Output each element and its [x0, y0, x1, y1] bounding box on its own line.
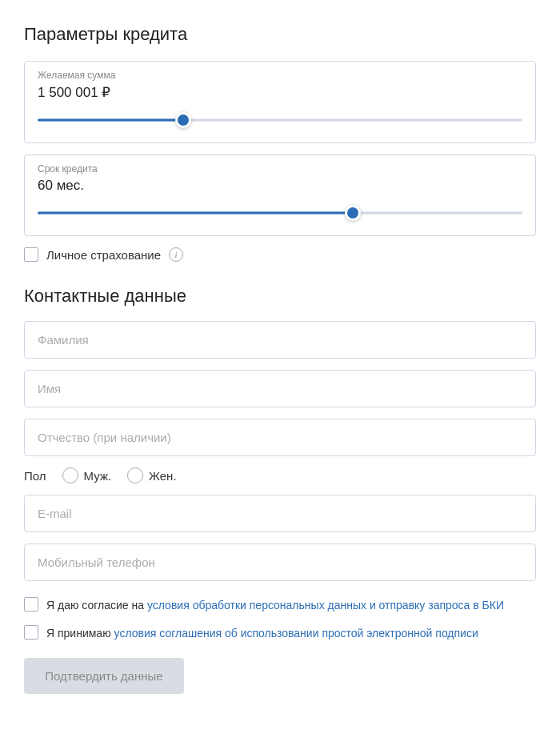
term-slider-fill [38, 212, 353, 215]
amount-slider-block: Желаемая сумма 1 500 001 ₽ [24, 61, 536, 143]
consent1-row: Я даю согласие на условия обработки перс… [24, 597, 536, 614]
contact-data-title: Контактные данные [24, 286, 536, 307]
consent2-checkbox[interactable] [24, 625, 38, 640]
amount-label: Желаемая сумма [38, 70, 522, 81]
term-slider-container[interactable] [38, 205, 522, 221]
phone-input[interactable] [24, 543, 536, 581]
gender-female-option[interactable]: Жен. [127, 467, 176, 483]
lastname-input[interactable] [24, 321, 536, 359]
gender-male-label: Муж. [84, 469, 112, 483]
term-slider-thumb[interactable] [345, 205, 361, 221]
firstname-input[interactable] [24, 370, 536, 407]
consent2-row: Я принимаю условия соглашения об использ… [24, 625, 536, 642]
amount-slider-track [38, 119, 522, 122]
term-label: Срок кредита [38, 163, 522, 174]
email-input[interactable] [24, 495, 536, 532]
term-value: 60 мес. [38, 178, 522, 194]
consent1-link[interactable]: условия обработки персональных данных и … [147, 599, 504, 612]
gender-male-radio[interactable] [62, 467, 78, 483]
amount-slider-container[interactable] [38, 112, 522, 128]
amount-value: 1 500 001 ₽ [38, 84, 522, 101]
middlename-input[interactable] [24, 419, 536, 456]
consent1-text: Я даю согласие на условия обработки перс… [46, 597, 504, 614]
submit-button[interactable]: Подтвердить данные [24, 658, 184, 694]
term-slider-block: Срок кредита 60 мес. [24, 154, 536, 236]
consent1-checkbox[interactable] [24, 597, 38, 612]
insurance-row: Личное страхование i [24, 247, 536, 262]
consent2-text: Я принимаю условия соглашения об использ… [46, 625, 478, 642]
insurance-label: Личное страхование [46, 248, 161, 262]
insurance-checkbox[interactable] [24, 247, 38, 262]
gender-female-radio[interactable] [127, 467, 143, 483]
insurance-info-icon[interactable]: i [169, 247, 183, 262]
amount-slider-fill [38, 119, 183, 122]
gender-male-option[interactable]: Муж. [62, 467, 112, 483]
gender-label: Пол [24, 469, 46, 483]
amount-slider-thumb[interactable] [175, 112, 191, 128]
consent2-link[interactable]: условия соглашения об использовании прос… [114, 627, 478, 640]
gender-row: Пол Муж. Жен. [24, 467, 536, 483]
gender-female-label: Жен. [149, 469, 176, 483]
credit-params-title: Параметры кредита [24, 24, 536, 45]
term-slider-track [38, 212, 522, 215]
